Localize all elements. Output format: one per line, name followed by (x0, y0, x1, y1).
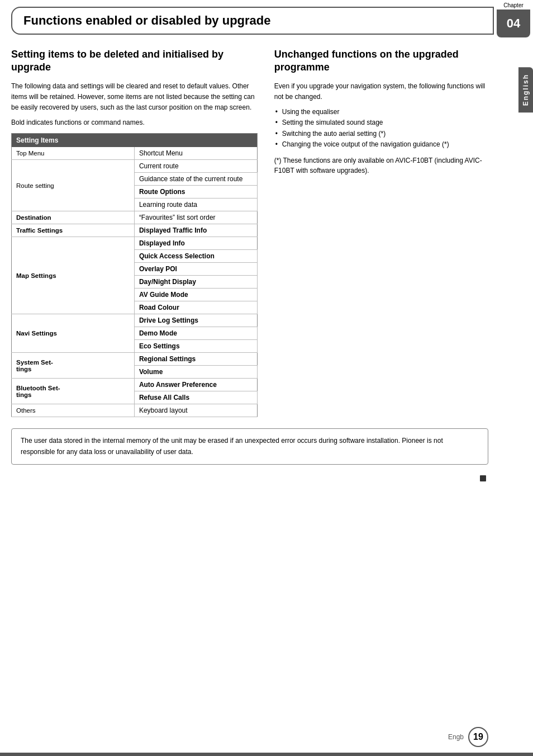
footer-engb-label: Engb (448, 733, 464, 741)
main-content: Setting items to be deleted and initiali… (11, 48, 488, 417)
bold-note: Bold indicates functions or command name… (11, 119, 258, 126)
settings-table: Setting Items Top MenuShortcut MenuRoute… (11, 133, 258, 417)
left-section-description: The following data and settings will be … (11, 81, 258, 114)
bullet-item: Switching the auto aerial setting (*) (274, 129, 488, 139)
english-tab: English (518, 67, 533, 112)
page-header: Functions enabled or disabled by upgrade (11, 7, 494, 35)
note-box: The user data stored in the internal mem… (11, 428, 488, 464)
page-title: Functions enabled or disabled by upgrade (23, 13, 482, 28)
left-section-title: Setting items to be deleted and initiali… (11, 48, 258, 74)
table-header: Setting Items (12, 134, 258, 148)
bullet-item: Setting the simulated sound stage (274, 117, 488, 128)
page-number: 19 (468, 727, 488, 747)
stop-icon-row (0, 474, 488, 482)
left-column: Setting items to be deleted and initiali… (11, 48, 258, 417)
bullet-list: Using the equaliserSetting the simulated… (274, 107, 488, 150)
footer-bar (0, 753, 533, 756)
page-footer: Engb 19 (448, 727, 488, 747)
stop-icon (480, 475, 486, 481)
footnote: (*) These functions are only available o… (274, 155, 488, 176)
unchanged-description: Even if you upgrade your navigation syst… (274, 81, 488, 102)
chapter-label: Chapter (494, 0, 533, 10)
note-text: The user data stored in the internal mem… (21, 437, 443, 455)
unchanged-title: Unchanged functions on the upgraded prog… (274, 48, 488, 74)
bullet-item: Using the equaliser (274, 107, 488, 117)
bullet-item: Changing the voice output of the navigat… (274, 139, 488, 150)
chapter-number: 04 (497, 10, 530, 37)
right-column: Unchanged functions on the upgraded prog… (274, 48, 488, 417)
chapter-tab: Chapter 04 (494, 0, 533, 37)
